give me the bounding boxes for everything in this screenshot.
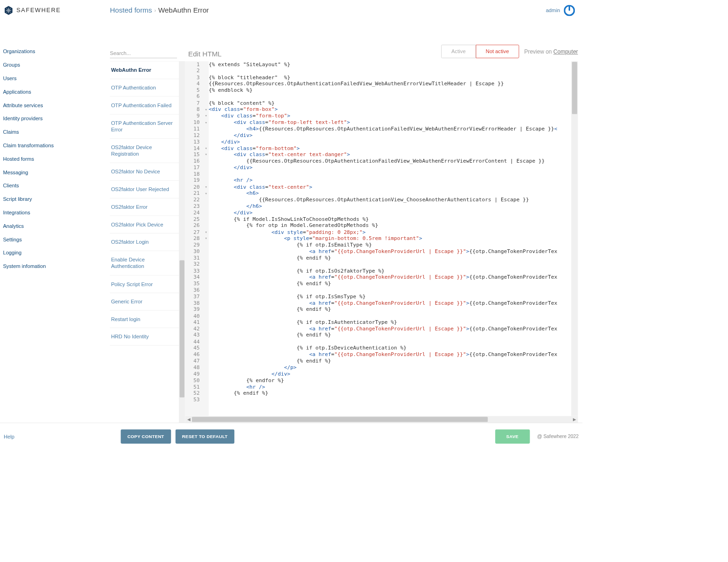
- form-list-item[interactable]: WebAuthn Error: [110, 61, 179, 79]
- sidebar-item[interactable]: Script library: [3, 192, 110, 206]
- sidebar-item[interactable]: Analytics: [3, 219, 110, 233]
- sidebar-item[interactable]: Groups: [3, 58, 110, 72]
- power-icon[interactable]: [564, 5, 575, 16]
- toggle-active-button[interactable]: Active: [442, 45, 476, 58]
- svg-marker-0: [5, 6, 13, 14]
- editor-fold-column[interactable]: ▾▾▾▾▾▾▾▾▾: [204, 61, 209, 416]
- sidebar-item[interactable]: Users: [3, 72, 110, 85]
- editor-vscroll-thumb[interactable]: [572, 62, 577, 114]
- form-list-item[interactable]: OTP Authentication Server Error: [110, 114, 179, 138]
- form-list-item[interactable]: Restart login: [110, 310, 179, 328]
- reset-default-button[interactable]: RESET TO DEFAULT: [175, 429, 234, 443]
- sidebar-item[interactable]: System infomation: [3, 260, 110, 273]
- preview-label: Preview on Computer: [524, 48, 578, 55]
- form-list-item[interactable]: OTP Authentication Failed: [110, 97, 179, 115]
- breadcrumb: Hosted forms › WebAuthn Error: [110, 6, 209, 14]
- form-list-item[interactable]: OS2faktor Error: [110, 198, 179, 216]
- form-list-item[interactable]: Generic Error: [110, 293, 179, 311]
- sidebar-item[interactable]: Hosted forms: [3, 152, 110, 165]
- search-input[interactable]: [110, 49, 177, 58]
- sidebar-item[interactable]: Identity providers: [3, 112, 110, 125]
- copy-content-button[interactable]: COPY CONTENT: [121, 429, 171, 443]
- form-list-item[interactable]: OS2faktor User Rejected: [110, 181, 179, 199]
- sidebar-item[interactable]: Settings: [3, 233, 110, 246]
- logo-text: SAFEWHERE: [16, 7, 61, 14]
- copyright: @ Safewhere 2022: [537, 433, 578, 439]
- toggle-not-active-button[interactable]: Not active: [476, 45, 519, 58]
- form-list-item[interactable]: OTP Authentication: [110, 79, 179, 97]
- editor-code-area[interactable]: {% extends "SiteLayout" %}{% block "titl…: [209, 61, 572, 416]
- form-list-item[interactable]: OS2faktor Pick Device: [110, 216, 179, 233]
- hosted-forms-list[interactable]: WebAuthn ErrorOTP AuthenticationOTP Auth…: [110, 61, 179, 423]
- sidebar-item[interactable]: Clients: [3, 179, 110, 192]
- preview-device-link[interactable]: Computer: [553, 48, 578, 55]
- panel-title: Edit HTML: [188, 50, 222, 58]
- sidebar-item[interactable]: Messaging: [3, 165, 110, 179]
- logo[interactable]: SAFEWHERE: [4, 6, 110, 15]
- form-list-item[interactable]: OS2faktor Login: [110, 233, 179, 251]
- breadcrumb-parent[interactable]: Hosted forms: [110, 6, 152, 14]
- sidebar-item[interactable]: Integrations: [3, 206, 110, 219]
- sidebar-nav: OrganizationsGroupsUsersApplicationsAttr…: [0, 21, 110, 423]
- form-list-item[interactable]: Policy Script Error: [110, 275, 179, 293]
- sidebar-item[interactable]: Logging: [3, 246, 110, 260]
- admin-link[interactable]: admin: [546, 7, 560, 14]
- sidebar-item[interactable]: Organizations: [3, 45, 110, 58]
- scroll-left-icon[interactable]: ◀: [185, 417, 192, 422]
- form-list-item[interactable]: HRD No Identity: [110, 328, 179, 346]
- form-list-item[interactable]: OS2faktor No Device: [110, 163, 179, 181]
- editor-hscrollbar[interactable]: ◀ ▶: [185, 416, 578, 423]
- sidebar-item[interactable]: Applications: [3, 85, 110, 98]
- editor-gutter: 1234567891011121314151617181920212223242…: [185, 61, 204, 416]
- logo-icon: [4, 6, 14, 15]
- help-link[interactable]: Help: [4, 433, 14, 439]
- sidebar-item[interactable]: Claim transformations: [3, 139, 110, 152]
- list-scrollbar[interactable]: [179, 61, 185, 423]
- save-button[interactable]: SAVE: [495, 429, 530, 443]
- sidebar-item[interactable]: Attribute services: [3, 98, 110, 112]
- footer: Help COPY CONTENT RESET TO DEFAULT SAVE …: [0, 423, 582, 450]
- sidebar-item[interactable]: Claims: [3, 125, 110, 139]
- editor-hscroll-thumb[interactable]: [192, 417, 488, 422]
- active-toggle: Active Not active: [442, 45, 519, 58]
- app-header: SAFEWHERE Hosted forms › WebAuthn Error …: [0, 0, 582, 21]
- editor-vscrollbar[interactable]: [571, 61, 578, 416]
- breadcrumb-current: WebAuthn Error: [158, 6, 209, 14]
- form-list-item[interactable]: Enable Device Authentication: [110, 251, 179, 275]
- list-scroll-thumb[interactable]: [180, 260, 184, 398]
- form-list-item[interactable]: OS2faktor Device Registration: [110, 139, 179, 163]
- chevron-right-icon: ›: [154, 7, 156, 14]
- code-editor[interactable]: 1234567891011121314151617181920212223242…: [185, 61, 578, 423]
- scroll-right-icon[interactable]: ▶: [571, 417, 578, 422]
